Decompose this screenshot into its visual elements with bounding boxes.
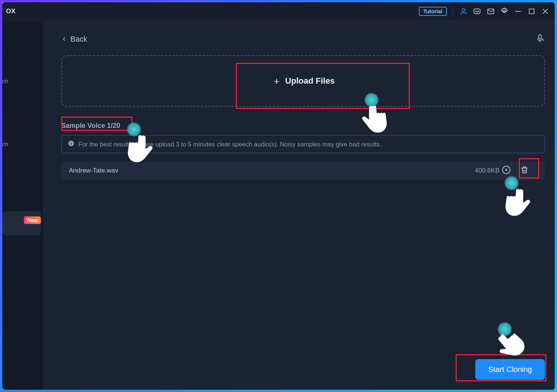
- discord-icon[interactable]: [473, 7, 481, 16]
- back-button[interactable]: Back: [61, 35, 87, 44]
- plus-icon: ＋: [272, 76, 282, 86]
- sidebar-item[interactable]: ch: [2, 76, 41, 86]
- app-window: OX Tutorial: [0, 0, 557, 392]
- titlebar: OX Tutorial: [2, 2, 555, 20]
- svg-rect-8: [71, 143, 72, 145]
- svg-rect-5: [529, 9, 534, 14]
- svg-point-1: [476, 11, 476, 11]
- svg-rect-9: [71, 142, 72, 143]
- main-content: Back ＋ Upload Files Sample Voice 1/20 Fo…: [43, 20, 555, 390]
- delete-button[interactable]: [520, 165, 529, 176]
- new-badge: New: [24, 216, 41, 224]
- sidebar-item[interactable]: ch: [2, 139, 41, 149]
- file-size: 400.6KB: [475, 167, 499, 174]
- close-icon[interactable]: [541, 7, 549, 16]
- info-icon: [68, 140, 75, 148]
- back-label: Back: [70, 35, 87, 44]
- start-cloning-button[interactable]: Start Cloning: [475, 359, 545, 380]
- file-row: Andrew-Tate.wav 400.6KB: [61, 162, 545, 180]
- svg-rect-6: [539, 34, 541, 39]
- user-icon[interactable]: [459, 7, 468, 16]
- upload-label: Upload Files: [285, 76, 335, 86]
- upload-dropzone[interactable]: ＋ Upload Files: [61, 55, 545, 107]
- tutorial-button[interactable]: Tutorial: [419, 7, 447, 16]
- svg-point-0: [462, 8, 465, 11]
- minimize-icon[interactable]: [514, 7, 522, 16]
- notice-banner: For the best results, please upload 3 to…: [61, 135, 545, 153]
- notice-text: For the best results, please upload 3 to…: [78, 141, 381, 148]
- play-button[interactable]: [502, 165, 511, 176]
- maximize-icon[interactable]: [527, 7, 536, 16]
- titlebar-right: Tutorial: [419, 6, 549, 16]
- mail-icon[interactable]: [487, 7, 495, 16]
- sidebar: ch ch New: [2, 20, 43, 390]
- settings-icon[interactable]: [500, 7, 509, 16]
- microphone-icon[interactable]: [535, 33, 545, 45]
- sample-voice-title: Sample Voice 1/20: [61, 122, 545, 130]
- svg-point-2: [478, 11, 479, 11]
- divider: [453, 6, 453, 16]
- file-name: Andrew-Tate.wav: [69, 167, 475, 174]
- chevron-left-icon: [61, 36, 67, 42]
- app-title: OX: [6, 8, 16, 15]
